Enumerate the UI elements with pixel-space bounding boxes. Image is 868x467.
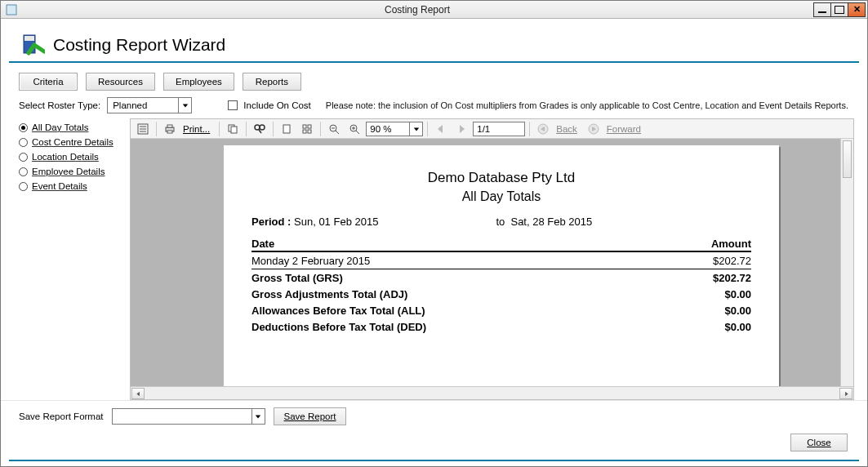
row-amount: $0.00 (724, 288, 751, 300)
report-viewer: Print... (130, 118, 854, 400)
criteria-row: Select Roster Type: Planned Include On C… (1, 96, 867, 118)
back-icon[interactable] (534, 121, 552, 137)
tab-resources[interactable]: Resources (86, 73, 155, 91)
svg-rect-20 (308, 130, 311, 133)
zoom-value: 90 % (367, 124, 406, 134)
page-input[interactable]: 1/1 (473, 122, 525, 136)
find-icon[interactable] (251, 121, 269, 137)
multi-page-icon[interactable] (298, 121, 316, 137)
include-on-cost-checkbox[interactable]: Include On Cost (228, 100, 311, 110)
prev-page-icon[interactable] (432, 121, 450, 137)
close-window-button[interactable] (848, 2, 866, 17)
radio-employee-details[interactable]: Employee Details (19, 164, 125, 179)
svg-marker-28 (414, 127, 419, 131)
content-row: All Day Totals Cost Centre Details Locat… (1, 118, 867, 400)
scroll-right-icon[interactable] (839, 388, 852, 399)
save-report-button[interactable]: Save Report (274, 407, 347, 425)
radio-location-label: Location Details (32, 152, 99, 162)
radio-all-day-totals[interactable]: All Day Totals (19, 120, 125, 135)
svg-point-14 (260, 125, 265, 130)
report-table-header: Date Amount (251, 238, 751, 252)
tab-reports[interactable]: Reports (243, 73, 301, 91)
svg-rect-12 (231, 127, 237, 133)
titlebar[interactable]: Costing Report (1, 1, 867, 19)
radio-event-label: Event Details (32, 181, 87, 191)
printer-icon[interactable] (161, 121, 179, 137)
forward-icon[interactable] (585, 121, 603, 137)
col-date-label: Date (251, 238, 274, 250)
app-icon (6, 4, 17, 16)
svg-rect-10 (167, 131, 172, 133)
row-label: Gross Adjustments Total (ADJ) (251, 288, 407, 300)
radio-event-details[interactable]: Event Details (19, 179, 125, 193)
row-amount: $0.00 (724, 305, 751, 317)
zoom-in-icon[interactable] (345, 121, 363, 137)
row-label: Allowances Before Tax Total (ALL) (251, 305, 425, 317)
svg-rect-2 (24, 36, 34, 41)
svg-rect-17 (303, 125, 306, 128)
chevron-down-icon[interactable] (251, 409, 265, 424)
scrollbar-thumb[interactable] (843, 140, 852, 178)
minimize-button[interactable] (813, 2, 831, 17)
roster-type-label: Select Roster Type: (19, 100, 100, 110)
svg-rect-9 (167, 125, 172, 127)
row-label: Monday 2 February 2015 (251, 255, 370, 267)
print-button[interactable]: Print... (183, 124, 210, 134)
report-page: Demo Database Pty Ltd All Day Totals Per… (224, 145, 779, 399)
vertical-scrollbar[interactable] (840, 139, 853, 386)
roster-type-value: Planned (108, 100, 162, 110)
svg-marker-29 (438, 125, 443, 133)
period-to-label: to (496, 216, 505, 228)
row-label: Gross Total (GRS) (251, 272, 343, 284)
svg-marker-37 (256, 415, 260, 418)
toc-icon[interactable] (134, 121, 152, 137)
zoom-select[interactable]: 90 % (366, 122, 423, 136)
on-cost-note: Please note: the inclusion of On Cost mu… (326, 100, 848, 110)
viewer-body[interactable]: Demo Database Pty Ltd All Day Totals Per… (131, 139, 853, 399)
copy-icon[interactable] (224, 121, 242, 137)
table-row: Monday 2 February 2015 $202.72 (251, 252, 751, 269)
scroll-left-icon[interactable] (131, 388, 145, 399)
row-label: Deductions Before Tax Total (DED) (251, 321, 426, 333)
chevron-down-icon[interactable] (409, 122, 422, 136)
tab-employees[interactable]: Employees (163, 73, 234, 91)
next-page-icon[interactable] (452, 121, 470, 137)
forward-button[interactable]: Forward (607, 124, 641, 134)
horizontal-scrollbar[interactable] (131, 386, 853, 399)
radio-location-details[interactable]: Location Details (19, 149, 125, 164)
include-on-cost-label: Include On Cost (243, 100, 310, 110)
save-format-label: Save Report Format (19, 411, 104, 421)
svg-line-22 (336, 131, 339, 134)
svg-line-15 (259, 130, 261, 133)
period-from: Sun, 01 Feb 2015 (294, 216, 378, 228)
maximize-button[interactable] (830, 2, 848, 17)
single-page-icon[interactable] (278, 121, 296, 137)
roster-type-select[interactable]: Planned (107, 97, 192, 113)
zoom-out-icon[interactable] (325, 121, 343, 137)
tabs-row: Criteria Resources Employees Reports (1, 63, 867, 96)
footer-save-row: Save Report Format Save Report (1, 400, 867, 429)
table-row: Gross Adjustments Total (ADJ) $0.00 (251, 286, 751, 302)
report-company: Demo Database Pty Ltd (251, 170, 751, 186)
radio-icon (19, 182, 28, 191)
svg-marker-35 (136, 391, 140, 396)
tab-criteria-label: Criteria (33, 77, 63, 87)
back-button[interactable]: Back (556, 124, 577, 134)
row-amount: $202.72 (713, 272, 751, 284)
close-button[interactable]: Close (790, 434, 848, 451)
save-format-select[interactable] (112, 408, 265, 425)
tab-resources-label: Resources (98, 77, 143, 87)
chevron-down-icon[interactable] (178, 98, 191, 113)
radio-cost-centre-details[interactable]: Cost Centre Details (19, 135, 125, 149)
report-period: Period : Sun, 01 Feb 2015 to Sat, 28 Feb… (251, 216, 751, 228)
report-subtitle: All Day Totals (251, 189, 751, 204)
close-button-label: Close (807, 438, 830, 447)
svg-rect-18 (308, 125, 311, 128)
tab-reports-label: Reports (256, 77, 288, 87)
table-row: Gross Total (GRS) $202.72 (251, 269, 751, 286)
tab-criteria[interactable]: Criteria (19, 73, 78, 91)
wizard-header: Costing Report Wizard (9, 24, 859, 63)
checkbox-icon (228, 100, 238, 110)
client-area: Costing Report Wizard Criteria Resources… (1, 19, 867, 466)
save-report-label: Save Report (284, 411, 336, 421)
